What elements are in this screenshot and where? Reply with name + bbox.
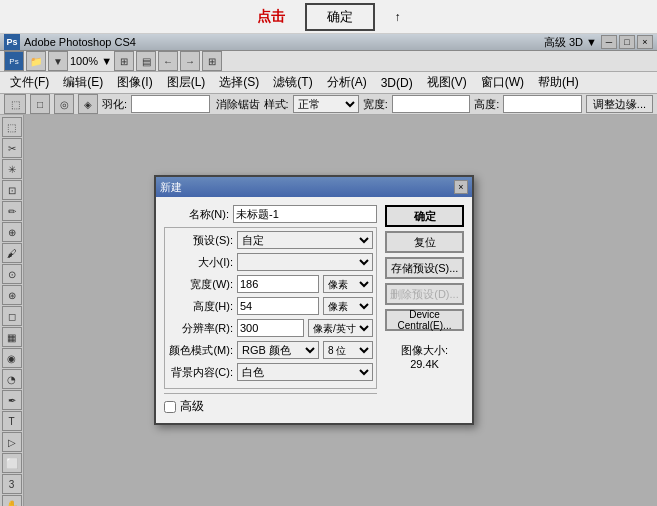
tool-3d[interactable]: 3 [2,474,22,494]
bg-contents-select[interactable]: 白色 背景色 透明 [237,363,373,381]
height-unit-select[interactable]: 像素 英寸 厘米 [323,297,373,315]
tool-shape[interactable]: ⬜ [2,453,22,473]
width-label: 宽度(W): [168,277,233,292]
menu-select[interactable]: 选择(S) [213,72,265,93]
top-instruction-bar: 点击 确定 ↑ [0,0,657,34]
menu-filter[interactable]: 滤镜(T) [267,72,318,93]
grid-icon[interactable]: ⊞ [202,51,222,71]
view-icon[interactable]: ⊞ [114,51,134,71]
toolbar-dropdown-btn[interactable]: ▼ [48,51,68,71]
options-toolbar: ⬚ □ ◎ ◈ 羽化: 消除锯齿 样式: 正常 固定比例 固定大小 宽度: 高度… [0,94,657,115]
delete-preset-button[interactable]: 删除预设(D)... [385,283,464,305]
dialog-close-button[interactable]: × [454,180,468,194]
selection-tool[interactable]: ⬚ [4,94,26,114]
menu-help[interactable]: 帮助(H) [532,72,585,93]
resolution-row: 分辨率(R): 像素/英寸 像素/厘米 [168,319,373,337]
tool-dodge[interactable]: ◔ [2,369,22,389]
width-unit-select[interactable]: 像素 英寸 厘米 [323,275,373,293]
height-input[interactable] [237,297,319,315]
tool-pen[interactable]: ✒ [2,390,22,410]
ps-small-icon: Ps [4,51,24,71]
close-button[interactable]: × [637,35,653,49]
tool-options-3[interactable]: ◈ [78,94,98,114]
tool-spot-heal[interactable]: ⊕ [2,222,22,242]
bg-contents-row: 背景内容(C): 白色 背景色 透明 [168,363,373,381]
dialog-form: 名称(N): 预设(S): 自定 剪贴板 [164,205,377,415]
tool-crop[interactable]: ⊡ [2,180,22,200]
ok-button[interactable]: 确定 [385,205,464,227]
tool-options-2[interactable]: ◎ [54,94,74,114]
adjust-edge-button[interactable]: 调整边缘... [586,95,653,113]
toolbox: ⬚ ✂ ✳ ⊡ ✏ ⊕ 🖌 ⊙ ⊛ ◻ ▦ ◉ ◔ ✒ T ▷ ⬜ 3 ✋ 🔍 [0,115,24,506]
advanced-row: 高级 [164,393,377,415]
color-mode-select[interactable]: RGB 颜色 CMYK 灰度 [237,341,319,359]
height-label: 高度(H): [168,299,233,314]
restore-button[interactable]: □ [619,35,635,49]
tool-text[interactable]: T [2,411,22,431]
dialog-title: 新建 [160,180,182,195]
device-central-button[interactable]: Device Central(E)... [385,309,464,331]
image-size-info: 图像大小: 29.4K [385,343,464,370]
menu-analyze[interactable]: 分析(A) [321,72,373,93]
resolution-unit-select[interactable]: 像素/英寸 像素/厘米 [308,319,373,337]
arrow-icon[interactable]: ← [158,51,178,71]
advanced-3d-label[interactable]: 高级 3D ▼ [544,35,597,50]
click-instruction-text: 点击 [257,8,285,26]
width-input-tb[interactable] [392,95,471,113]
width-input[interactable] [237,275,319,293]
new-document-dialog: 新建 × 名称(N): 预设 [154,175,474,425]
bg-contents-label: 背景内容(C): [168,365,233,380]
minimize-button[interactable]: ─ [601,35,617,49]
tool-marquee[interactable]: ⬚ [2,117,22,137]
tool-hand[interactable]: ✋ [2,495,22,506]
menu-file[interactable]: 文件(F) [4,72,55,93]
menu-layer[interactable]: 图层(L) [161,72,212,93]
save-preset-button[interactable]: 存储预设(S)... [385,257,464,279]
feather-label: 羽化: [102,97,127,112]
feather-input[interactable] [131,95,210,113]
preset-select[interactable]: 自定 剪贴板 [237,231,373,249]
main-area: ⬚ ✂ ✳ ⊡ ✏ ⊕ 🖌 ⊙ ⊛ ◻ ▦ ◉ ◔ ✒ T ▷ ⬜ 3 ✋ 🔍 [0,115,657,506]
advanced-checkbox[interactable] [164,401,176,413]
tool-options-1[interactable]: □ [30,94,50,114]
file-menu-btn[interactable]: 📁 [26,51,46,71]
dialog-body: 名称(N): 预设(S): 自定 剪贴板 [156,197,472,423]
arrow-indicator: ↑ [395,10,401,24]
tool-brush[interactable]: 🖌 [2,243,22,263]
resolution-input[interactable] [237,319,304,337]
tool-blur[interactable]: ◉ [2,348,22,368]
name-input[interactable] [233,205,377,223]
ps-app-icon: Ps [4,34,20,50]
size-select[interactable] [237,253,373,271]
tool-eyedropper[interactable]: ✏ [2,201,22,221]
reset-button[interactable]: 复位 [385,231,464,253]
app-title-bar: Ps Adobe Photoshop CS4 高级 3D ▼ ─ □ × [0,34,657,51]
color-mode-row: 颜色模式(M): RGB 颜色 CMYK 灰度 8 位 16 位 [168,341,373,359]
menu-window[interactable]: 窗口(W) [475,72,530,93]
tool-lasso[interactable]: ✂ [2,138,22,158]
menu-image[interactable]: 图像(I) [111,72,158,93]
size-row: 大小(I): [168,253,373,271]
app-title: Adobe Photoshop CS4 [24,36,136,48]
menu-view[interactable]: 视图(V) [421,72,473,93]
menu-3d[interactable]: 3D(D) [375,74,419,92]
tool-clone[interactable]: ⊙ [2,264,22,284]
zoom-display: 100% ▼ [70,55,112,67]
menu-edit[interactable]: 编辑(E) [57,72,109,93]
height-input-tb[interactable] [503,95,582,113]
arrange-icon[interactable]: ▤ [136,51,156,71]
tool-history[interactable]: ⊛ [2,285,22,305]
style-select[interactable]: 正常 固定比例 固定大小 [293,95,359,113]
menu-bar: 文件(F) 编辑(E) 图像(I) 图层(L) 选择(S) 滤镜(T) 分析(A… [0,72,657,94]
preset-row: 预设(S): 自定 剪贴板 [168,231,373,249]
tool-path-select[interactable]: ▷ [2,432,22,452]
height-row: 高度(H): 像素 英寸 厘米 [168,297,373,315]
color-depth-select[interactable]: 8 位 16 位 [323,341,373,359]
forward-icon[interactable]: → [180,51,200,71]
tool-gradient[interactable]: ▦ [2,327,22,347]
top-ok-button[interactable]: 确定 [305,3,375,31]
title-bar-right: 高级 3D ▼ ─ □ × [544,35,653,50]
width-row: 宽度(W): 像素 英寸 厘米 [168,275,373,293]
tool-magic-wand[interactable]: ✳ [2,159,22,179]
tool-eraser[interactable]: ◻ [2,306,22,326]
